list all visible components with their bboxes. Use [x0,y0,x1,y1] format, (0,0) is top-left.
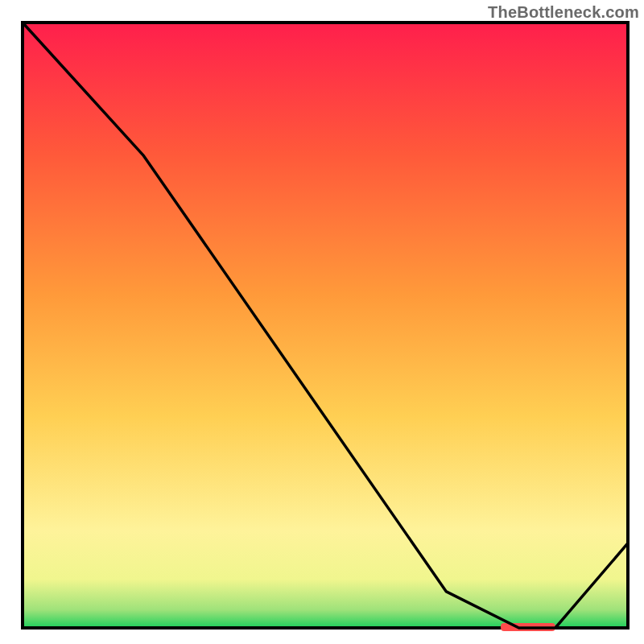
plot-background [23,23,628,628]
chart-stage: TheBottleneck.com [0,0,644,644]
bottleneck-chart [0,0,644,644]
